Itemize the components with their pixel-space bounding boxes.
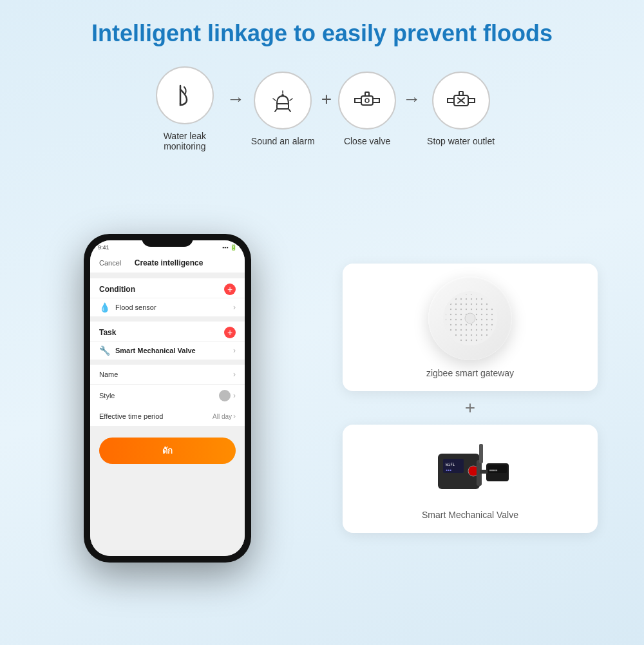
- plus-divider: +: [465, 398, 475, 418]
- style-right: ›: [219, 390, 236, 401]
- valve-x-icon: [445, 84, 477, 117]
- svg-rect-14: [468, 99, 475, 102]
- flood-sensor-left: 💧 Flood sensor: [99, 302, 156, 313]
- condition-section: Condition + 💧 Flood sensor ›: [90, 278, 245, 316]
- valve-card: WiFi ●●● ■■■■■ Sma: [343, 425, 598, 533]
- flow-item-stop: Stop water outlet: [427, 72, 495, 146]
- svg-line-6: [290, 99, 292, 101]
- arrow-1: →: [227, 89, 245, 110]
- alarm-circle: [254, 72, 312, 130]
- plus-1: +: [321, 89, 332, 110]
- status-icons: ▪▪▪ 🔋: [222, 244, 237, 251]
- task-header: Task +: [90, 322, 245, 341]
- flow-diagram: Water leak monitoring →: [26, 66, 618, 151]
- svg-line-2: [275, 109, 277, 111]
- smart-valve-row[interactable]: 🔧 Smart Mechanical Valve ›: [90, 341, 245, 360]
- gateway-label: zigbee smart gateway: [426, 368, 514, 378]
- svg-rect-13: [448, 99, 454, 102]
- style-color-dot: [219, 390, 231, 401]
- flow-item-water-leak: Water leak monitoring: [149, 66, 220, 151]
- right-panel: zigbee smart gateway + WiFi ●●●: [322, 171, 618, 626]
- water-leak-label: Water leak monitoring: [149, 131, 220, 151]
- name-label: Name: [99, 371, 118, 378]
- status-time: 9:41: [98, 244, 109, 251]
- flood-sensor-text: Flood sensor: [115, 303, 156, 311]
- svg-rect-30: [479, 444, 483, 463]
- valve-label: Smart Mechanical Valve: [422, 510, 518, 520]
- phone-notch: [142, 234, 193, 247]
- style-row[interactable]: Style ›: [90, 384, 245, 407]
- valve-icon: [351, 84, 383, 117]
- cancel-button[interactable]: Cancel: [99, 259, 121, 267]
- settings-section: Name › Style › Effect: [90, 365, 245, 426]
- valve-label: Close valve: [344, 136, 390, 146]
- task-title: Task: [99, 328, 116, 337]
- phone-app-header: Cancel Create intelligence: [90, 255, 245, 273]
- flow-item-valve: Close valve: [338, 72, 396, 146]
- arrow-2: →: [402, 89, 421, 110]
- effective-row[interactable]: Effective time period All day ›: [90, 407, 245, 426]
- condition-header: Condition +: [90, 278, 245, 298]
- flood-sensor-arrow: ›: [233, 303, 236, 312]
- phone-mockup: 9:41 ▪▪▪ 🔋 Cancel Create intelligence: [84, 234, 251, 563]
- name-row[interactable]: Name ›: [90, 365, 245, 384]
- task-add-button[interactable]: +: [224, 327, 236, 338]
- phone-screen: 9:41 ▪▪▪ 🔋 Cancel Create intelligence: [90, 240, 245, 556]
- phone-body: Condition + 💧 Flood sensor ›: [90, 273, 245, 556]
- svg-rect-11: [365, 92, 369, 96]
- gateway-body: [428, 276, 512, 360]
- svg-rect-18: [459, 91, 463, 95]
- effective-arrow: ›: [233, 412, 236, 421]
- style-label: Style: [99, 392, 115, 400]
- app-header-title: Create intelligence: [135, 258, 204, 267]
- name-arrow: ›: [233, 370, 236, 379]
- svg-point-12: [365, 99, 369, 102]
- phone-container: 9:41 ▪▪▪ 🔋 Cancel Create intelligence: [26, 171, 309, 626]
- flow-item-alarm: Sound an alarm: [251, 72, 315, 146]
- valve-device-image: WiFi ●●● ■■■■■: [419, 438, 522, 502]
- water-leak-icon: [169, 79, 201, 111]
- task-section: Task + 🔧 Smart Mechanical Valve ›: [90, 322, 245, 360]
- condition-add-button[interactable]: +: [224, 284, 236, 295]
- effective-label: Effective time period: [99, 412, 163, 420]
- gateway-dots-svg: [438, 286, 502, 351]
- smart-valve-arrow: ›: [233, 346, 236, 355]
- svg-line-5: [273, 99, 276, 101]
- style-arrow: ›: [233, 391, 236, 400]
- svg-text:■■■■■: ■■■■■: [489, 468, 498, 472]
- alarm-icon: [267, 84, 299, 117]
- page-title: Intelligent linkage to easily prevent fl…: [91, 19, 553, 47]
- svg-rect-9: [373, 99, 379, 102]
- effective-value: All day: [213, 413, 232, 420]
- water-leak-circle: [156, 66, 214, 124]
- valve-circle: [338, 72, 396, 130]
- flood-sensor-icon: 💧: [99, 302, 110, 313]
- valve-device-svg: WiFi ●●● ■■■■■: [419, 438, 522, 502]
- smart-valve-left: 🔧 Smart Mechanical Valve: [99, 345, 196, 356]
- save-button[interactable]: ดัก: [99, 438, 236, 464]
- svg-text:WiFi: WiFi: [446, 462, 455, 467]
- stop-label: Stop water outlet: [427, 136, 495, 146]
- stop-circle: [432, 72, 490, 130]
- effective-right: All day ›: [213, 412, 236, 421]
- svg-point-4: [281, 94, 284, 97]
- alarm-label: Sound an alarm: [251, 136, 315, 146]
- svg-text:●●●: ●●●: [446, 468, 451, 472]
- gateway-image: [428, 276, 512, 360]
- svg-rect-34: [480, 470, 488, 474]
- smart-valve-text: Smart Mechanical Valve: [115, 347, 196, 354]
- condition-title: Condition: [99, 285, 135, 294]
- svg-rect-8: [355, 99, 361, 102]
- svg-line-3: [289, 109, 290, 111]
- svg-rect-1: [277, 104, 289, 109]
- gateway-card: zigbee smart gateway: [343, 264, 598, 391]
- page: Intelligent linkage to easily prevent fl…: [0, 0, 644, 645]
- flood-sensor-row[interactable]: 💧 Flood sensor ›: [90, 298, 245, 316]
- svg-rect-10: [361, 96, 373, 105]
- bottom-section: 9:41 ▪▪▪ 🔋 Cancel Create intelligence: [26, 171, 618, 626]
- svg-point-23: [465, 313, 475, 323]
- smart-valve-icon: 🔧: [99, 345, 110, 356]
